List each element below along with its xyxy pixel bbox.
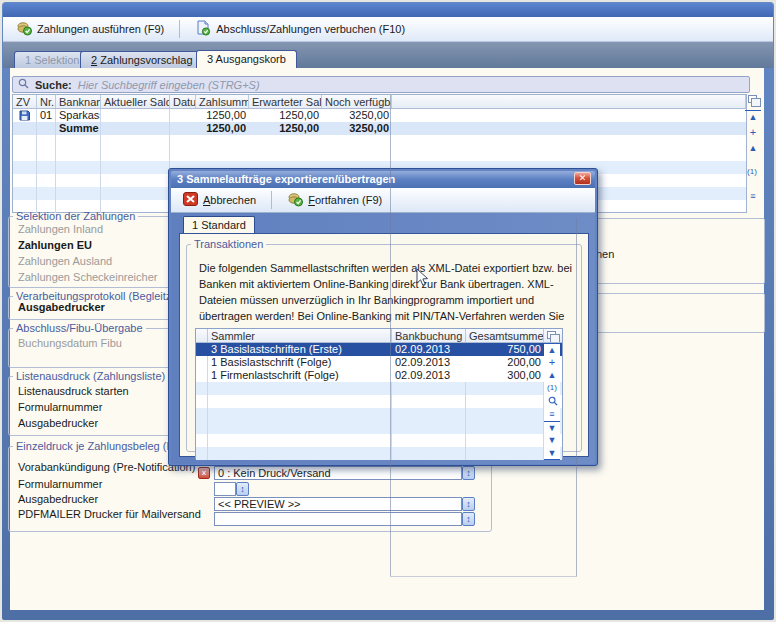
dialog-body: 1 Standard Transaktionen Die folgenden S…	[171, 213, 595, 464]
group-label: Selektion der Zahlungen	[13, 210, 138, 222]
sammler-row-selected[interactable]: 3 Basislastschriften (Erste) 02.09.2013 …	[196, 343, 562, 356]
link-zahlungen-ausland: Zahlungen Ausland	[18, 255, 112, 267]
ausgabedrucker-select[interactable]: << PREVIEW >>	[214, 497, 462, 511]
mouse-cursor	[416, 268, 429, 289]
cell-sammler: 1 Basislastschrift (Folge)	[208, 356, 392, 369]
dialog-titlebar[interactable]: 3 Sammelaufträge exportieren/übertragen	[171, 171, 595, 188]
col-header-zahlsumme[interactable]: Zahlsumme €	[196, 95, 249, 108]
col-header-erwarteter-saldo[interactable]: Erwarteter Saldo €	[249, 95, 322, 108]
ausgabedrucker-dropdown-icon[interactable]: ↕	[462, 497, 475, 511]
col-header-nr[interactable]: Nr.	[37, 95, 56, 108]
col-header-zv[interactable]: ZV	[13, 95, 37, 108]
clear-prenotification-button[interactable]: x	[198, 467, 210, 479]
tab-ausgangskorb-label: 3 Ausgangskorb	[207, 53, 286, 65]
pdfmailer-select[interactable]	[214, 512, 462, 526]
sammler-row[interactable]: 1 Firmenlastschrift (Folge) 02.09.2013 3…	[196, 369, 562, 382]
window-title-strip	[3, 3, 773, 17]
continue-coins-icon	[287, 191, 303, 209]
nav-count-icon[interactable]: (1)	[744, 166, 760, 178]
cell-datum	[170, 109, 196, 122]
sammler-table: Sammler Bankbuchung am Gesamtsumme € 3 B…	[195, 328, 563, 459]
prenotification-select[interactable]: 0 : Kein Druck/Versand	[214, 466, 462, 480]
cancel-button[interactable]: Abbrechen	[176, 189, 263, 211]
nav-filter-icon[interactable]: ▼	[544, 421, 560, 434]
cell-sammler: 1 Firmenlastschrift (Folge)	[208, 369, 392, 382]
group-label: Abschluss/Fibu-Übergabe	[13, 322, 146, 334]
link-ausgabedrucker-einzeldruck[interactable]: Ausgabedrucker	[18, 493, 98, 505]
tab-selektion: 1 Selektion	[14, 51, 90, 68]
execute-payments-button[interactable]: Zahlungen ausführen (F9)	[9, 17, 171, 41]
cell-erwarteter-saldo: 1250,00	[249, 109, 322, 122]
col-header-sammler[interactable]: Sammler	[208, 329, 392, 342]
nav-up-icon[interactable]: ▲	[745, 142, 761, 154]
nav-add-icon[interactable]: +	[544, 356, 560, 369]
nav-menu-icon[interactable]: ≡	[544, 408, 560, 421]
search-placeholder: Hier Suchbegriff eingeben (STRG+S)	[78, 79, 260, 91]
formularnummer-spinner-icon[interactable]: ↕	[236, 482, 249, 496]
table-row	[196, 395, 562, 408]
copy-grid-icon[interactable]	[547, 331, 556, 339]
nav-count-icon[interactable]: (1)	[544, 382, 560, 395]
nav-first-icon[interactable]: ▲	[745, 110, 761, 123]
link-formularnummer-liste[interactable]: Formularnummer	[18, 401, 102, 413]
link-formularnummer-einzeldruck[interactable]: Formularnummer	[18, 478, 102, 490]
dialog-close-button[interactable]: ✕	[574, 172, 591, 185]
sammler-row[interactable]: 1 Basislastschrift (Folge) 02.09.2013 20…	[196, 356, 562, 369]
search-bar[interactable]: Suche: Hier Suchbegriff eingeben (STRG+S…	[12, 76, 750, 93]
col-header-gesamtsumme[interactable]: Gesamtsumme €	[466, 329, 544, 342]
dialog-tab-label: 1 Standard	[192, 219, 246, 231]
cell-bankname: Sparkasse	[56, 109, 101, 122]
cell-summe-noch-verfuegbar: 3250,00	[322, 122, 392, 135]
nav-down-icon[interactable]: ▼	[544, 434, 560, 447]
cell-gesamtsumme: 300,00	[466, 369, 544, 382]
bank-table-header-row: ZV Nr. Bankname Aktueller Saldo € Datum …	[13, 95, 746, 109]
col-header-noch-verfuegbar[interactable]: Noch verfügbar €	[322, 95, 392, 108]
nav-last-icon[interactable]: ▼	[544, 447, 560, 460]
cell-noch-verfuegbar: 3250,00	[322, 109, 392, 122]
pdfmailer-dropdown-icon[interactable]: ↕	[462, 512, 475, 526]
link-ausgabedrucker-protokoll[interactable]: Ausgabedrucker	[18, 301, 105, 313]
link-zahlungen-eu[interactable]: Zahlungen EU	[18, 239, 92, 251]
cell-sammler: 3 Basislastschriften (Erste)	[208, 343, 392, 356]
cell-gesamtsumme: 750,00	[466, 343, 544, 356]
continue-shortcut: F	[308, 194, 315, 206]
tab-zahlungsvorschlag[interactable]: 2 Zahlungsvorschlag	[80, 51, 204, 68]
cell-bankbuchung: 02.09.2013	[392, 343, 466, 356]
col-header-bankbuchung[interactable]: Bankbuchung am	[392, 329, 466, 342]
bank-table-row-sparkasse[interactable]: 01 Sparkasse 1250,00 1250,00 3250,00	[13, 109, 746, 122]
nav-add-icon[interactable]: +	[745, 126, 761, 138]
dialog-title: 3 Sammelaufträge exportieren/übertragen	[177, 173, 395, 185]
nav-menu-icon[interactable]: ≡	[745, 190, 761, 202]
tab-ausgangskorb[interactable]: 3 Ausgangskorb	[196, 50, 297, 68]
cancel-label: bbrechen	[210, 194, 256, 206]
col-header-bankname[interactable]: Bankname	[56, 95, 101, 108]
nav-first-icon[interactable]: ▲	[544, 343, 560, 356]
link-ausgabedrucker-liste[interactable]: Ausgabedrucker	[18, 417, 98, 429]
table-row: ≡	[196, 408, 562, 421]
nav-up-icon[interactable]: ▲	[544, 369, 560, 382]
continue-button[interactable]: Fortfahren (F9)	[280, 188, 389, 212]
post-payments-button[interactable]: Abschluss/Zahlungen verbuchen (F10)	[188, 17, 412, 41]
sammelauftraege-dialog: 3 Sammelaufträge exportieren/übertragen …	[168, 168, 598, 466]
prenotification-dropdown-icon[interactable]: ↕	[462, 466, 475, 480]
toolbar-separator	[271, 191, 272, 209]
link-zahlungen-inland: Zahlungen Inland	[18, 223, 103, 235]
column-separator-line	[390, 95, 391, 576]
col-header-datum[interactable]: Datum	[170, 95, 196, 108]
partial-label: nen	[596, 248, 614, 260]
bank-table-sum-row: Summe > 1250,00 1250,00 3250,00	[13, 122, 746, 135]
formularnummer-input[interactable]	[214, 482, 236, 496]
group-label: Transaktionen	[191, 238, 266, 250]
application-window: Zahlungen ausführen (F9) Abschluss/Zahlu…	[0, 0, 776, 622]
link-pdfmailer-drucker[interactable]: PDFMAILER Drucker für Mailversand	[18, 508, 201, 520]
link-listenausdruck-starten[interactable]: Listenausdruck starten	[18, 385, 129, 397]
search-icon	[18, 78, 29, 91]
cell-bankbuchung: 02.09.2013	[392, 356, 466, 369]
dialog-toolbar: Abbrechen Fortfahren (F9)	[171, 188, 595, 213]
copy-grid-icon[interactable]	[748, 95, 757, 103]
nav-search-icon[interactable]	[548, 396, 558, 408]
dialog-tab-standard[interactable]: 1 Standard	[183, 216, 255, 234]
col-header-aktueller-saldo[interactable]: Aktueller Saldo €	[101, 95, 170, 108]
cell-aktueller-saldo	[101, 109, 170, 122]
cell-gesamtsumme: 200,00	[466, 356, 544, 369]
